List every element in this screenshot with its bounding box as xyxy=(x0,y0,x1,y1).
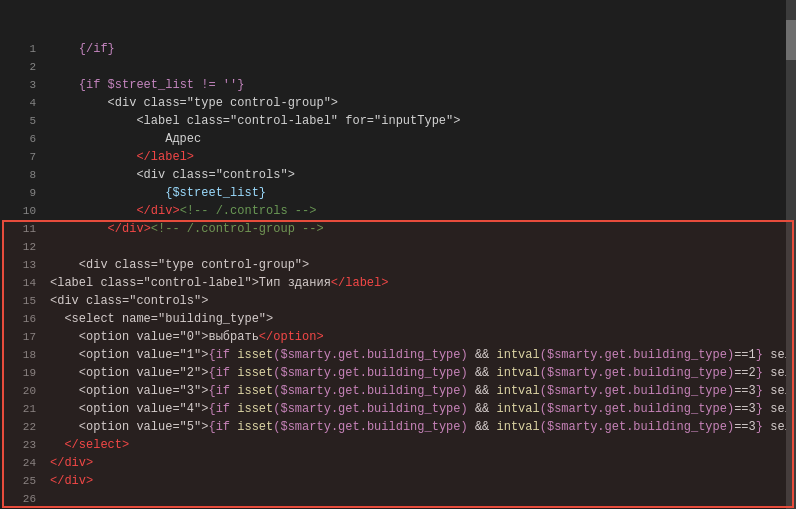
line-content: <div class="controls"> xyxy=(50,166,295,184)
code-line: 20 <option value="3">{if isset($smarty.g… xyxy=(0,382,796,400)
line-number: 23 xyxy=(0,436,44,454)
line-number: 13 xyxy=(0,256,44,274)
line-number: 5 xyxy=(0,112,44,130)
line-number: 16 xyxy=(0,310,44,328)
line-number: 8 xyxy=(0,166,44,184)
line-content: </div><!-- /.control-group --> xyxy=(50,220,324,238)
line-number: 14 xyxy=(0,274,44,292)
line-content: {$street_list} xyxy=(50,184,266,202)
line-number: 21 xyxy=(0,400,44,418)
line-content: </label> xyxy=(50,148,194,166)
code-line: 24</div> xyxy=(0,454,796,472)
line-number: 17 xyxy=(0,328,44,346)
line-number: 7 xyxy=(0,148,44,166)
code-line: 5 <label class="control-label" for="inpu… xyxy=(0,112,796,130)
line-content: <option value="2">{if isset($smarty.get.… xyxy=(50,364,796,382)
line-number: 4 xyxy=(0,94,44,112)
line-number: 24 xyxy=(0,454,44,472)
scrollbar-thumb[interactable] xyxy=(786,20,796,60)
line-content: <div class="type control-group"> xyxy=(50,94,338,112)
line-number: 2 xyxy=(0,58,44,76)
code-line: 22 <option value="5">{if isset($smarty.g… xyxy=(0,418,796,436)
line-number: 22 xyxy=(0,418,44,436)
code-line: 11 </div><!-- /.control-group --> xyxy=(0,220,796,238)
code-line: 15<div class="controls"> xyxy=(0,292,796,310)
code-line: 25</div> xyxy=(0,472,796,490)
code-line: 6 Адрес xyxy=(0,130,796,148)
line-content: </div> xyxy=(50,454,93,472)
line-number: 15 xyxy=(0,292,44,310)
line-content: <label class="control-label">Тип здания<… xyxy=(50,274,388,292)
code-line: 14<label class="control-label">Тип здани… xyxy=(0,274,796,292)
code-line: 1 {/if} xyxy=(0,40,796,58)
code-line: 4 <div class="type control-group"> xyxy=(0,94,796,112)
line-number: 19 xyxy=(0,364,44,382)
line-content: <div class="controls"> xyxy=(50,292,208,310)
code-line: 23 </select> xyxy=(0,436,796,454)
line-number: 3 xyxy=(0,76,44,94)
line-content: {if $street_list != ''} xyxy=(50,76,244,94)
line-content: <label class="control-label" for="inputT… xyxy=(50,112,460,130)
line-number: 20 xyxy=(0,382,44,400)
line-content: <option value="5">{if isset($smarty.get.… xyxy=(50,418,796,436)
line-number: 12 xyxy=(0,238,44,256)
line-content: <div class="type control-group"> xyxy=(50,256,309,274)
code-line: 26 xyxy=(0,490,796,508)
code-line: 2 xyxy=(0,58,796,76)
line-content: <option value="3">{if isset($smarty.get.… xyxy=(50,382,796,400)
code-line: 3 {if $street_list != ''} xyxy=(0,76,796,94)
line-number: 9 xyxy=(0,184,44,202)
code-line: 21 <option value="4">{if isset($smarty.g… xyxy=(0,400,796,418)
code-editor: 1 {/if}23 {if $street_list != ''}4 <div … xyxy=(0,0,796,509)
line-content: {/if} xyxy=(50,40,115,58)
line-number: 1 xyxy=(0,40,44,58)
code-line: 13 <div class="type control-group"> xyxy=(0,256,796,274)
line-number: 18 xyxy=(0,346,44,364)
line-number: 11 xyxy=(0,220,44,238)
code-line: 16 <select name="building_type"> xyxy=(0,310,796,328)
line-content: </select> xyxy=(50,436,129,454)
line-number: 10 xyxy=(0,202,44,220)
line-number: 26 xyxy=(0,490,44,508)
line-content: <option value="4">{if isset($smarty.get.… xyxy=(50,400,796,418)
code-line: 17 <option value="0">выбрать</option> xyxy=(0,328,796,346)
line-number: 6 xyxy=(0,130,44,148)
line-content: <select name="building_type"> xyxy=(50,310,273,328)
line-content: <option value="1">{if isset($smarty.get.… xyxy=(50,346,796,364)
code-line: 12 xyxy=(0,238,796,256)
code-line: 19 <option value="2">{if isset($smarty.g… xyxy=(0,364,796,382)
line-content: <option value="0">выбрать</option> xyxy=(50,328,324,346)
code-line: 8 <div class="controls"> xyxy=(0,166,796,184)
line-content: Адрес xyxy=(50,130,201,148)
scrollbar[interactable] xyxy=(786,0,796,509)
code-line: 10 </div><!-- /.controls --> xyxy=(0,202,796,220)
line-number: 25 xyxy=(0,472,44,490)
line-content: </div> xyxy=(50,472,93,490)
code-line: 18 <option value="1">{if isset($smarty.g… xyxy=(0,346,796,364)
line-content: </div><!-- /.controls --> xyxy=(50,202,316,220)
code-line: 7 </label> xyxy=(0,148,796,166)
code-line: 9 {$street_list} xyxy=(0,184,796,202)
code-lines: 1 {/if}23 {if $street_list != ''}4 <div … xyxy=(0,0,796,509)
